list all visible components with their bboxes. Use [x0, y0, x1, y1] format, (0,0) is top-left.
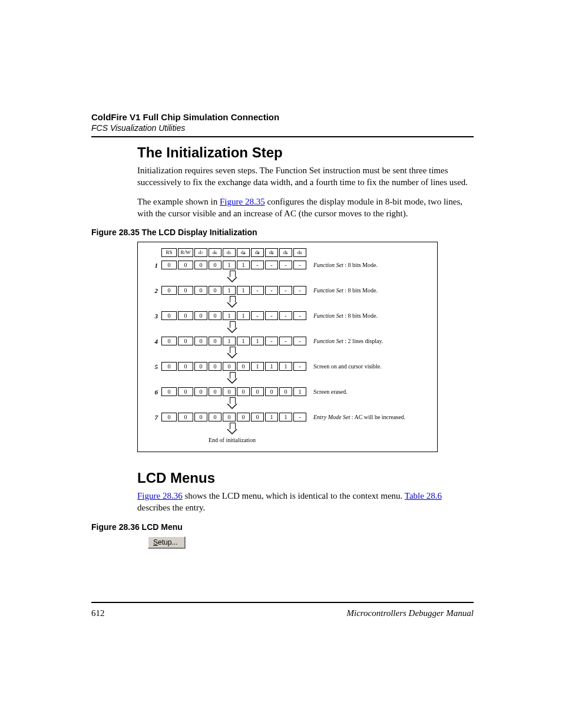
init-step-row: 3000011----Function Set : 8 bits Mode. [146, 311, 429, 320]
column-header: d₂ [265, 248, 278, 257]
bit-cell: 0 [223, 413, 236, 421]
step-description: Function Set : 8 bits Mode. [313, 262, 429, 268]
step-description: Screen on and cursor visible. [313, 363, 429, 370]
step-number: 5 [146, 363, 161, 370]
bit-cell: 0 [265, 387, 278, 396]
bit-cell: 0 [161, 337, 177, 345]
init-step-row: 40000111---Function Set : 2 lines displa… [146, 337, 429, 345]
figure-lcd-init-box: RSR/Wd₇d₆d₅d₄d₃d₂d₁d₀ 1000011----Functio… [137, 242, 438, 452]
column-header: d₃ [251, 248, 264, 257]
step-number: 2 [146, 287, 161, 294]
bit-cell: 0 [178, 311, 193, 320]
down-arrow-icon [227, 271, 237, 282]
down-arrow-icon [227, 321, 237, 333]
init-step-row: 60000000001Screen erased. [146, 387, 429, 396]
bit-cell: 0 [161, 362, 177, 371]
step-number: 7 [146, 414, 161, 421]
section-heading-lcd-menus: LCD Menus [137, 470, 474, 486]
bit-cell: 0 [223, 387, 236, 396]
step-number: 1 [146, 262, 161, 269]
body-paragraph: Initialization requires seven steps. The… [137, 164, 474, 189]
bit-cell: 0 [178, 413, 193, 421]
bit-cell: 0 [251, 413, 264, 421]
down-arrow-icon [227, 423, 237, 434]
bit-cell: 1 [279, 362, 292, 371]
bit-cell: 0 [194, 387, 207, 396]
figure-caption: Figure 28.35 The LCD Display Initializat… [91, 228, 474, 237]
bit-cell: 0 [161, 286, 177, 295]
manual-title: Microcontrollers Debugger Manual [346, 608, 474, 618]
bit-cell: 1 [265, 362, 278, 371]
text-run: describes the entry. [137, 503, 205, 512]
bit-cell: 1 [223, 261, 236, 269]
bit-cell: 1 [251, 337, 264, 345]
end-of-init-label: End of initialization [161, 437, 303, 443]
bit-cell: - [293, 413, 306, 421]
bit-cell: 1 [237, 337, 250, 345]
bit-cell: 0 [194, 337, 207, 345]
table-xref-link[interactable]: Table 28.6 [405, 491, 442, 500]
header-rule [91, 136, 474, 137]
step-description: Entry Mode Set : AC will be increased. [313, 414, 429, 420]
bit-cell: 0 [237, 387, 250, 396]
bit-cell: - [265, 286, 278, 295]
bit-cell: 1 [265, 413, 278, 421]
step-description: Screen erased. [313, 388, 429, 395]
down-arrow-icon [227, 347, 237, 358]
bit-cell: 0 [209, 286, 222, 295]
figure-header-row: RSR/Wd₇d₆d₅d₄d₃d₂d₁d₀ [146, 248, 429, 257]
bit-cell: 0 [209, 413, 222, 421]
running-header-title: ColdFire V1 Full Chip Simulation Connect… [91, 112, 474, 122]
bit-cell: - [293, 311, 306, 320]
bit-cell: - [279, 311, 292, 320]
menu-item-setup[interactable]: Setup... [148, 536, 185, 548]
bit-cell: - [293, 337, 306, 345]
bit-cell: 1 [237, 286, 250, 295]
bit-cell: - [279, 337, 292, 345]
bit-cell: 0 [178, 261, 193, 269]
bit-cell: 0 [161, 261, 177, 269]
column-header: RS [161, 248, 177, 257]
bit-cell: - [251, 261, 264, 269]
bit-cell: 0 [209, 311, 222, 320]
bit-cell: 0 [178, 286, 193, 295]
menu-mnemonic: S [153, 538, 158, 546]
init-step-row: 1000011----Function Set : 8 bits Mode. [146, 261, 429, 269]
bit-cell: 0 [161, 413, 177, 421]
column-header: d₅ [223, 248, 236, 257]
running-header-subtitle: FCS Visualization Utilities [91, 123, 474, 133]
step-description: Function Set : 8 bits Mode. [313, 312, 429, 319]
step-description: Function Set : 8 bits Mode. [313, 287, 429, 294]
figure-xref-link[interactable]: Figure 28.35 [220, 197, 265, 206]
bit-cell: 0 [178, 387, 193, 396]
text-run: The example shown in [137, 197, 220, 206]
bit-cell: - [265, 311, 278, 320]
bit-cell: 0 [194, 413, 207, 421]
text-run: shows the LCD menu, which is identical t… [183, 491, 405, 500]
bit-cell: 0 [237, 362, 250, 371]
bit-cell: - [279, 261, 292, 269]
bit-cell: - [293, 286, 306, 295]
menu-label-rest: etup... [158, 538, 177, 546]
bit-cell: - [265, 337, 278, 345]
figure-xref-link[interactable]: Figure 28.36 [137, 491, 183, 500]
init-step-row: 5000000111-Screen on and cursor visible. [146, 362, 429, 371]
bit-cell: 0 [251, 387, 264, 396]
bit-cell: - [251, 311, 264, 320]
column-header: d₀ [293, 248, 306, 257]
bit-cell: 0 [237, 413, 250, 421]
bit-cell: 0 [223, 362, 236, 371]
bit-cell: - [293, 362, 306, 371]
column-header: d₁ [279, 248, 292, 257]
bit-cell: 0 [194, 261, 207, 269]
bit-cell: 0 [178, 337, 193, 345]
body-paragraph: Figure 28.36 shows the LCD menu, which i… [137, 490, 474, 514]
down-arrow-icon [227, 397, 237, 409]
bit-cell: 1 [237, 261, 250, 269]
bit-cell: 1 [223, 286, 236, 295]
bit-cell: - [293, 261, 306, 269]
bit-cell: 0 [209, 261, 222, 269]
step-description: Function Set : 2 lines display. [313, 338, 429, 344]
bit-cell: - [279, 286, 292, 295]
bit-cell: 1 [251, 362, 264, 371]
